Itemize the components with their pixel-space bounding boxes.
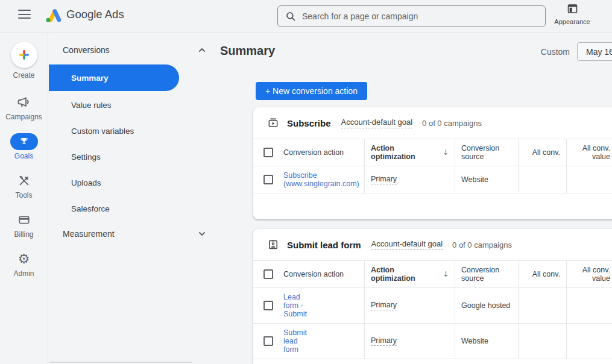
- all-conv-value-value: [567, 324, 612, 359]
- row-checkbox[interactable]: [263, 336, 273, 346]
- card-header: Subscribe Account-default goal 0 of 0 ca…: [253, 107, 612, 139]
- date-range-mode[interactable]: Custom: [541, 47, 570, 57]
- row-checkbox[interactable]: [263, 175, 273, 184]
- table-row: Lead form - Submit Primary Google hosted: [253, 288, 612, 324]
- header-action-optimization[interactable]: Action optimization: [371, 144, 439, 161]
- google-ads-logo-icon: [45, 7, 63, 25]
- campaign-count: 0 of 0 campaigns: [422, 119, 482, 128]
- optimization-value[interactable]: Primary: [371, 336, 397, 346]
- top-app-bar: Google Ads Appearance: [0, 0, 612, 33]
- all-conv-value: [519, 166, 567, 193]
- account-default-goal-link[interactable]: Account-default goal: [371, 239, 443, 250]
- appearance-label: Appearance: [550, 18, 594, 25]
- conversion-action-link[interactable]: Subscribe (www.singlegrain.com): [283, 171, 359, 188]
- select-all-checkbox[interactable]: [263, 269, 273, 279]
- summary-page: Summary Custom May 16 + New conversion a…: [0, 33, 612, 364]
- product-name: Google Ads: [66, 8, 124, 21]
- google-ads-app: Google Ads Appearance: [0, 0, 612, 364]
- source-value: Website: [455, 324, 519, 359]
- appearance-button[interactable]: Appearance: [550, 2, 594, 25]
- page-title: Summary: [220, 44, 275, 58]
- all-conv-value: [519, 324, 567, 359]
- source-value: Website: [455, 166, 519, 193]
- sort-descending-icon[interactable]: ↓: [443, 148, 449, 157]
- header-all-conv: All conv.: [519, 261, 567, 287]
- optimization-value[interactable]: Primary: [371, 301, 397, 310]
- sort-descending-icon[interactable]: ↓: [443, 270, 449, 278]
- header-conversion-source: Conversion source: [455, 261, 519, 287]
- new-conversion-action-button[interactable]: + New conversion action: [256, 82, 367, 100]
- appearance-icon: [566, 2, 579, 15]
- all-conv-value-value: [567, 288, 612, 323]
- global-search[interactable]: [277, 5, 546, 27]
- goal-title: Submit lead form: [287, 240, 361, 250]
- campaign-count: 0 of 0 campaigns: [452, 240, 512, 249]
- select-all-checkbox[interactable]: [263, 148, 273, 157]
- table-row: Subscribe (www.singlegrain.com) Primary …: [253, 166, 612, 193]
- header-all-conv-value: All conv. value: [567, 261, 612, 287]
- all-conv-value-value: [567, 166, 612, 193]
- subscriptions-icon: [267, 117, 279, 129]
- optimization-value[interactable]: Primary: [371, 175, 397, 184]
- goal-card-submit-lead-form: Submit lead form Account-default goal 0 …: [253, 229, 612, 364]
- goal-card-subscribe: Subscribe Account-default goal 0 of 0 ca…: [253, 107, 612, 219]
- account-default-goal-link[interactable]: Account-default goal: [341, 118, 413, 128]
- lead-form-icon: [267, 239, 279, 251]
- table-row: Submit lead form Primary Website: [253, 324, 612, 359]
- conversion-action-link[interactable]: Lead form - Submit: [283, 293, 307, 318]
- row-checkbox[interactable]: [263, 301, 273, 310]
- date-value: May 16: [586, 47, 612, 57]
- conversion-action-link[interactable]: Submit lead form: [283, 328, 307, 354]
- header-conversion-source: Conversion source: [455, 139, 519, 166]
- header-conversion-action: Conversion action: [283, 270, 344, 278]
- table-header-row: Conversion action Action optimization ↓ …: [253, 139, 612, 166]
- card-footer: [253, 359, 612, 364]
- card-footer: [253, 193, 612, 219]
- header-action-optimization[interactable]: Action optimization: [371, 266, 439, 283]
- source-value: Google hosted: [455, 288, 519, 323]
- date-range-control: Custom May 16: [541, 42, 612, 61]
- goal-title: Subscribe: [287, 118, 331, 128]
- date-picker[interactable]: May 16: [577, 42, 612, 61]
- search-icon: [285, 11, 296, 22]
- header-conversion-action: Conversion action: [283, 148, 344, 157]
- menu-icon[interactable]: [18, 10, 31, 19]
- search-input[interactable]: [302, 11, 538, 21]
- header-all-conv-value: All conv. value: [567, 139, 612, 166]
- header-all-conv: All conv.: [519, 139, 567, 166]
- all-conv-value: [519, 288, 567, 323]
- card-header: Submit lead form Account-default goal 0 …: [253, 229, 612, 260]
- table-header-row: Conversion action Action optimization ↓ …: [253, 260, 612, 288]
